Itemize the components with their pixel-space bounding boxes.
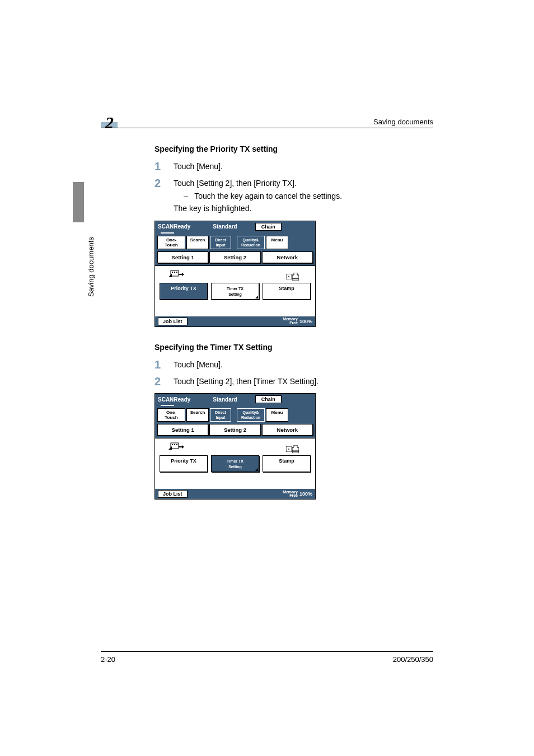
- direct-input-button[interactable]: DirectInput: [210, 408, 231, 422]
- timer-tx-setting-button[interactable]: Timer TXSetting: [211, 455, 259, 472]
- memory-percent: 100%: [299, 319, 312, 324]
- svg-point-13: [288, 449, 289, 450]
- step-text: Touch [Menu].: [174, 358, 223, 371]
- setting1-tab[interactable]: Setting 1: [157, 424, 208, 436]
- setting1-tab[interactable]: Setting 1: [157, 251, 208, 263]
- ss-tab-row1: One-Touch Search DirectInput Quality&Red…: [155, 407, 315, 423]
- ss-ready-label: SCANReady: [158, 396, 190, 403]
- svg-rect-7: [171, 443, 179, 449]
- priority-tx-button[interactable]: Priority TX: [160, 455, 208, 472]
- ss-titlebar: SCANReady Standard Chain: [155, 221, 315, 232]
- svg-rect-3: [174, 272, 175, 273]
- ss-tab-row2: Setting 1 Setting 2 Network: [155, 250, 315, 265]
- stamp-icon: [286, 444, 299, 454]
- search-button[interactable]: Search: [186, 408, 209, 422]
- memory-indicator: MemoryFree 100%: [283, 318, 312, 325]
- menu-button[interactable]: Menu: [266, 408, 288, 422]
- page-number: 2-20: [101, 655, 115, 664]
- ss-standard-label: Standard: [213, 223, 237, 230]
- memory-percent: 100%: [299, 491, 312, 497]
- menu-button[interactable]: Menu: [266, 236, 288, 249]
- step2-sub1: Touch the key again to cancel the settin…: [194, 192, 342, 200]
- priority-icon: [168, 269, 184, 281]
- priority-tx-button[interactable]: Priority TX: [160, 283, 208, 300]
- ss-divider: [161, 405, 174, 406]
- chain-button[interactable]: Chain: [255, 395, 282, 403]
- ss-body: Priority TX Timer TXSetting Stamp: [155, 438, 315, 489]
- device-screenshot-2: SCANReady Standard Chain One-Touch Searc…: [154, 393, 316, 500]
- step-text: Touch [Menu].: [174, 160, 223, 172]
- svg-rect-11: [176, 444, 177, 445]
- stamp-button[interactable]: Stamp: [263, 455, 311, 472]
- step-text: Touch [Setting 2], then [Priority TX]. –…: [174, 177, 342, 214]
- section2-step2: 2 Touch [Setting 2], then [Timer TX Sett…: [154, 375, 433, 388]
- svg-point-6: [288, 276, 289, 277]
- svg-rect-9: [172, 444, 173, 445]
- chain-button[interactable]: Chain: [255, 223, 282, 231]
- direct-input-button[interactable]: DirectInput: [210, 236, 231, 249]
- ss-statusbar: Job List MemoryFree 100%: [155, 316, 315, 326]
- ss-tab-row1: One-Touch Search DirectInput Quality&Red…: [155, 235, 315, 250]
- quality-reduction-button[interactable]: Quality&Reduction: [237, 236, 265, 249]
- network-tab[interactable]: Network: [262, 424, 313, 436]
- timer-tx-setting-button[interactable]: Timer TXSetting: [211, 283, 259, 300]
- memory-indicator: MemoryFree 100%: [283, 491, 312, 498]
- setting2-tab[interactable]: Setting 2: [209, 251, 260, 263]
- step2-sub-dash: –: [184, 192, 194, 200]
- joblist-button[interactable]: Job List: [158, 318, 188, 325]
- onetouch-button[interactable]: One-Touch: [157, 408, 185, 422]
- ss-tab-row2: Setting 1 Setting 2 Network: [155, 423, 315, 438]
- section2-step1: 1 Touch [Menu].: [154, 358, 433, 371]
- step-number: 1: [154, 358, 174, 371]
- step-number: 2: [154, 375, 174, 388]
- ss-body: Priority TX Timer TXSetting Stamp: [155, 265, 315, 316]
- step-text: Touch [Setting 2], then [Timer TX Settin…: [174, 375, 318, 388]
- ss-statusbar: Job List MemoryFree 100%: [155, 489, 315, 499]
- ss-ready-label: SCANReady: [158, 223, 190, 230]
- svg-rect-0: [171, 270, 179, 276]
- model-number: 200/250/350: [393, 655, 433, 664]
- joblist-button[interactable]: Job List: [158, 490, 188, 498]
- setting2-tab[interactable]: Setting 2: [209, 424, 260, 436]
- ss-divider: [161, 232, 174, 234]
- svg-rect-2: [172, 272, 173, 273]
- priority-icon: [168, 442, 184, 453]
- network-tab[interactable]: Network: [262, 251, 313, 263]
- section1-step2: 2 Touch [Setting 2], then [Priority TX].…: [154, 177, 433, 214]
- onetouch-button[interactable]: One-Touch: [157, 236, 185, 249]
- svg-rect-4: [176, 272, 177, 273]
- section2-title: Specifying the Timer TX Setting: [154, 343, 433, 352]
- step-number: 2: [154, 177, 174, 214]
- stamp-icon: [286, 272, 299, 282]
- section1-title: Specifying the Priority TX setting: [154, 144, 433, 153]
- quality-reduction-button[interactable]: Quality&Reduction: [237, 408, 265, 422]
- ss-standard-label: Standard: [213, 396, 237, 403]
- search-button[interactable]: Search: [186, 236, 209, 249]
- stamp-button[interactable]: Stamp: [263, 283, 311, 300]
- step-number: 1: [154, 160, 174, 172]
- step2-main: Touch [Setting 2], then [Priority TX].: [174, 179, 297, 188]
- step2-sub2: The key is highlighted.: [174, 204, 251, 213]
- ss-titlebar: SCANReady Standard Chain: [155, 394, 315, 405]
- page-footer: 2-20 200/250/350: [101, 651, 433, 664]
- svg-rect-10: [174, 444, 175, 445]
- device-screenshot-1: SCANReady Standard Chain One-Touch Searc…: [154, 221, 316, 327]
- section1-step1: 1 Touch [Menu].: [154, 160, 433, 172]
